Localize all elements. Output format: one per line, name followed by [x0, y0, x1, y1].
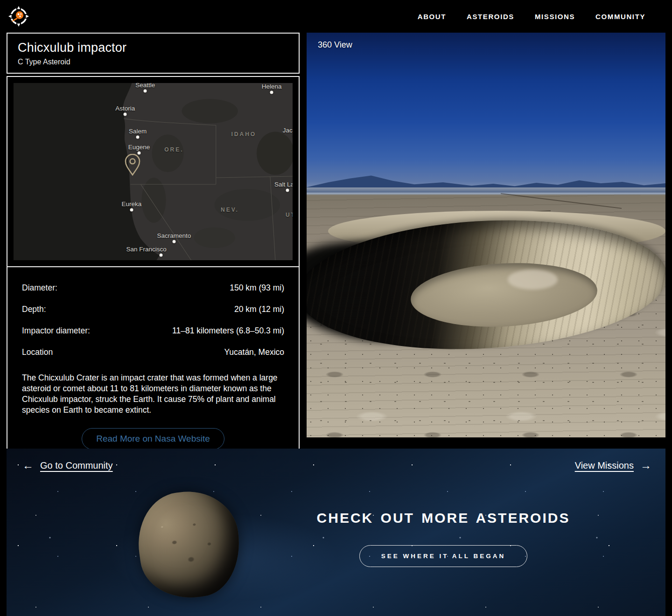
stat-row-impactor-diameter: Impactor diameter: 11–81 kilometers (6.8…	[22, 326, 284, 336]
arrow-right-icon: →	[640, 459, 651, 472]
asteroid-info-panel: Chicxulub impactor C Type Asteroid	[7, 33, 300, 437]
asteroid-title: Chicxulub impactor	[18, 41, 288, 55]
map-city-san-francisco: San Francisco	[159, 254, 162, 257]
map-region-utah: UTAH	[286, 212, 293, 218]
asteroid-detail-card: SeattleHelenaAstoriaSalemEugeneSalt Lake…	[7, 76, 300, 459]
stat-row-depth: Depth: 20 km (12 mi)	[22, 305, 284, 314]
map-city-sacramento: Sacramento	[172, 240, 175, 243]
main-content: Chicxulub impactor C Type Asteroid	[7, 33, 665, 437]
crater-floor-highlight	[508, 270, 558, 290]
go-to-community-link[interactable]: ← Go to Community	[22, 459, 113, 472]
nav-item-missions[interactable]: MISSIONS	[535, 13, 575, 21]
stat-value: 11–81 kilometers (6.8–50.3 mi)	[172, 326, 284, 336]
arrow-left-icon: ←	[22, 459, 34, 472]
asteroid-description: The Chicxulub Crater is an impact crater…	[7, 369, 299, 415]
asteroid-title-card: Chicxulub impactor C Type Asteroid	[7, 33, 300, 74]
map-region-ore-: ORE.	[164, 146, 183, 153]
stat-row-location: Location Yucatán, Mexico	[22, 347, 284, 357]
asteroid-stats: Diameter: 150 km (93 mi) Depth: 20 km (1…	[7, 267, 299, 369]
view-missions-label: View Missions	[575, 460, 634, 471]
top-navigation-bar: ABOUT ASTEROIDS MISSIONS COMMUNITY	[0, 0, 672, 33]
stat-label: Diameter:	[22, 283, 57, 293]
stat-label: Location	[22, 347, 53, 357]
stat-value: 20 km (12 mi)	[234, 305, 284, 314]
map-container: SeattleHelenaAstoriaSalemEugeneSalt Lake…	[7, 77, 299, 267]
viewer-360-label: 360 View	[318, 40, 352, 50]
nav-item-asteroids[interactable]: ASTEROIDS	[467, 13, 514, 21]
crater-360-viewer[interactable]: 360 View	[307, 33, 665, 437]
map-city-salt-lake: Salt Lake	[286, 188, 289, 192]
main-nav: ABOUT ASTEROIDS MISSIONS COMMUNITY	[418, 13, 645, 21]
cta-heading: CHECK OUT MORE ASTEROIDS	[280, 510, 607, 526]
asteroid-compass-logo[interactable]	[7, 5, 30, 28]
map-city-seattle: Seattle	[144, 90, 147, 93]
stat-value: 150 km (93 mi)	[230, 283, 284, 293]
horizon-haze	[307, 187, 665, 196]
asteroid-subtitle: C Type Asteroid	[18, 58, 288, 66]
stat-value: Yucatán, Mexico	[224, 347, 284, 357]
map-city-astoria: Astoria	[124, 112, 127, 116]
stat-label: Depth:	[22, 305, 46, 314]
map-region-idaho: IDAHO	[231, 131, 257, 138]
nav-item-community[interactable]: COMMUNITY	[595, 13, 645, 21]
map-region-nev-: NEV.	[221, 207, 239, 213]
cta-section: ← Go to Community View Missions → CHECK …	[7, 449, 665, 616]
map-city-eugene: Eugene	[138, 152, 141, 155]
map-city-salem: Salem	[136, 135, 140, 138]
stat-row-diameter: Diameter: 150 km (93 mi)	[22, 283, 284, 293]
view-missions-link[interactable]: View Missions →	[575, 459, 651, 472]
sky	[307, 33, 665, 194]
cta-content: CHECK OUT MORE ASTEROIDS SEE WHERE IT AL…	[280, 510, 607, 567]
go-to-community-label: Go to Community	[40, 460, 113, 471]
location-pin-icon	[123, 154, 142, 176]
stat-label: Impactor diameter:	[22, 326, 90, 336]
nav-item-about[interactable]: ABOUT	[418, 13, 446, 21]
map-city-eureka: Eureka	[130, 208, 133, 211]
read-more-nasa-button[interactable]: Read More on Nasa Website	[82, 428, 224, 450]
map-city-helena: Helena	[270, 90, 273, 94]
map-terrain	[14, 83, 293, 260]
see-where-it-all-began-button[interactable]: SEE WHERE IT ALL BEGAN	[359, 545, 528, 567]
impact-location-map[interactable]: SeattleHelenaAstoriaSalemEugeneSalt Lake…	[14, 83, 293, 260]
